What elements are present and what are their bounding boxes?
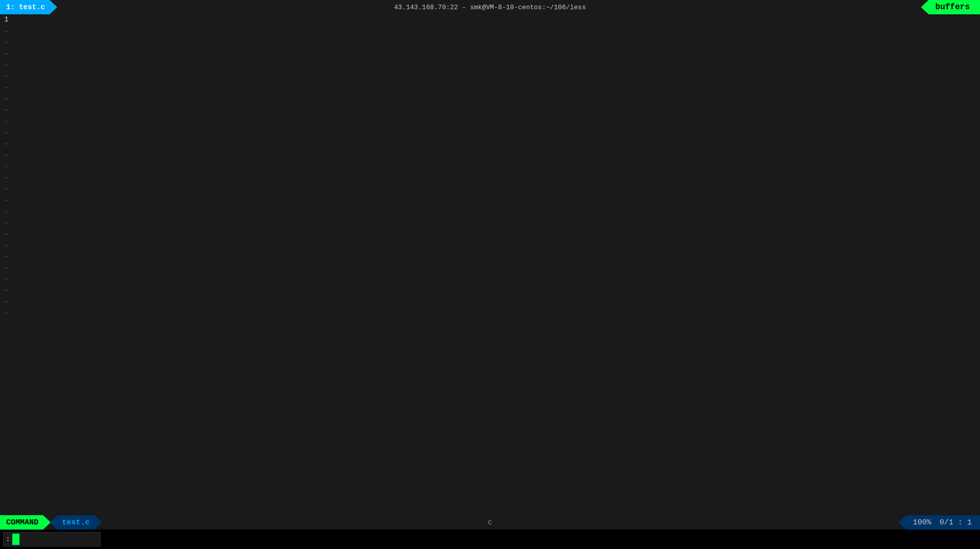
mode-badge: COMMAND — [0, 515, 51, 530]
tilde-lines: ~ ~ ~ ~ ~ ~ ~ ~ ~ ~ ~ ~ ~ ~ ~ ~ ~ ~ ~ ~ … — [0, 26, 15, 498]
file-type-indicator: c — [487, 518, 492, 527]
tab-top-left-label: 1: test.c — [6, 3, 45, 11]
command-cursor — [12, 534, 19, 545]
file-type-label: c — [487, 518, 492, 527]
tab-top-left[interactable]: 1: test.c — [0, 0, 57, 14]
title-bar: 43.143.168.70:22 - smk@VM-8-10-centos:~/… — [0, 0, 980, 14]
percent-label: 100% — [913, 518, 931, 527]
title-bar-text: 43.143.168.70:22 - smk@VM-8-10-centos:~/… — [394, 4, 586, 11]
status-file-name: test.c — [62, 518, 90, 527]
right-status-info: 100% 0/1 : 1 — [899, 515, 980, 530]
file-name-status: test.c — [50, 515, 102, 530]
mode-label: COMMAND — [6, 518, 38, 527]
command-prompt: : — [6, 535, 10, 544]
buffers-button-label: buffers — [935, 3, 970, 12]
buffers-button[interactable]: buffers — [921, 0, 980, 14]
position-label: 0/1 : 1 — [940, 518, 972, 527]
editor-area: 1 ~ ~ ~ ~ ~ ~ ~ ~ ~ ~ ~ ~ ~ ~ ~ ~ ~ ~ ~ … — [0, 14, 980, 498]
line-number-1: 1 — [0, 14, 980, 25]
command-input-area[interactable]: : — [3, 532, 100, 546]
status-bar: COMMAND test.c c 100% 0/1 : 1 — [0, 515, 980, 530]
command-line[interactable]: : — [0, 530, 980, 549]
